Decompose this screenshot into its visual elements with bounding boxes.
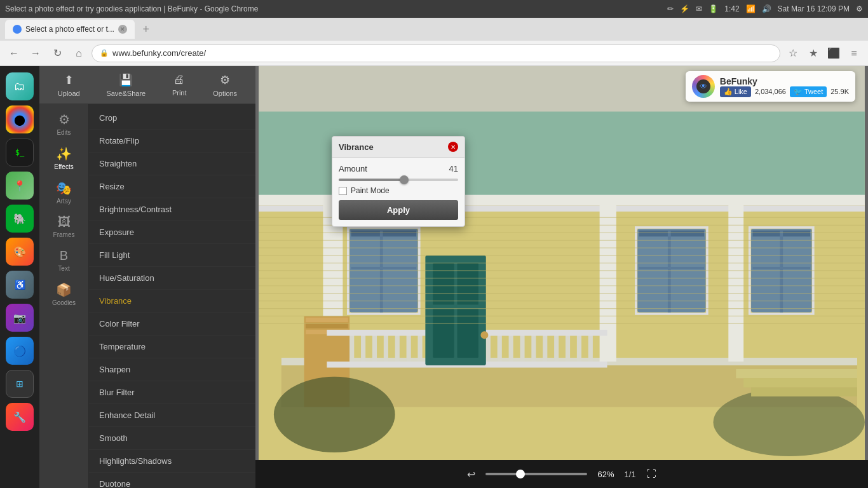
vibrance-amount-row: Amount 41	[339, 164, 458, 173]
svg-point-58	[480, 331, 488, 339]
os-datetime: Sat Mar 16 12:09 PM	[778, 4, 850, 13]
new-tab-button[interactable]: +	[139, 22, 154, 37]
effect-straighten[interactable]: Straighten	[89, 152, 255, 175]
effect-vibrance[interactable]: Vibrance	[89, 290, 255, 313]
fb-like-label: Like	[735, 88, 747, 95]
save-share-button[interactable]: 💾 Save&Share	[101, 69, 151, 101]
effect-duotone[interactable]: Duotone	[89, 473, 255, 488]
befunky-header: 👁 BeFunky 👍 Like 2,034,066 🐦 Tweet	[686, 71, 855, 102]
volume-icon: 🔊	[762, 4, 771, 13]
print-button[interactable]: 🖨 Print	[167, 69, 192, 100]
dock-app-accessibility[interactable]: ♿	[6, 271, 34, 299]
dock-app-camera[interactable]: 📷	[6, 304, 34, 332]
goodies-icon: 📦	[56, 282, 72, 297]
chrome-tab[interactable]: Select a photo effect or t... ✕	[5, 20, 135, 39]
slider-fill	[339, 179, 404, 181]
dock-app-color[interactable]: 🔵	[6, 337, 34, 365]
sidebar-item-artsy[interactable]: 🎭 Artsy	[40, 175, 88, 210]
house-svg	[255, 66, 868, 460]
paint-mode-label: Paint Mode	[351, 186, 390, 195]
svg-rect-40	[380, 231, 383, 313]
bookmark-list-button[interactable]: ★	[804, 44, 822, 62]
vibrance-slider-container[interactable]	[339, 179, 458, 181]
sidebar-item-effects[interactable]: ✨ Effects	[40, 141, 88, 175]
effect-enhancedetail[interactable]: Enhance Detail	[89, 404, 255, 427]
sidebar-item-goodies[interactable]: 📦 Goodies	[40, 277, 88, 311]
url-bar[interactable]: 🔒 www.befunky.com/create/	[92, 44, 780, 62]
effect-exposure[interactable]: Exposure	[89, 221, 255, 244]
sidebar-item-edits[interactable]: ⚙ Edits	[40, 107, 88, 141]
effect-temperature[interactable]: Temperature	[89, 336, 255, 358]
tab-close-button[interactable]: ✕	[118, 25, 127, 34]
save-icon: 💾	[119, 73, 133, 87]
os-time: 1:42	[724, 4, 739, 13]
upload-label: Upload	[58, 90, 80, 97]
effect-smooth[interactable]: Smooth	[89, 427, 255, 450]
paint-mode-checkbox[interactable]	[339, 187, 347, 195]
befunky-name: BeFunky	[720, 76, 849, 86]
chrome-menu-button[interactable]: ≡	[845, 44, 863, 62]
canvas-image: Vibrance ✕ Amount 41	[255, 66, 868, 460]
twitter-tweet-button[interactable]: 🐦 Tweet	[790, 86, 827, 97]
effect-crop[interactable]: Crop	[89, 107, 255, 130]
toolbar-top: ⬆ Upload 💾 Save&Share 🖨 Print ⚙ Options	[39, 66, 255, 104]
dock-app-paintbrush[interactable]: 🎨	[6, 238, 34, 266]
sidebar-item-frames[interactable]: 🖼 Frames	[40, 210, 88, 243]
battery-icon: 🔋	[709, 4, 718, 13]
svg-rect-61	[736, 369, 857, 378]
slider-track	[339, 179, 458, 181]
dock-app-maps[interactable]: 📍	[6, 172, 34, 200]
sidebar-item-text[interactable]: B Text	[40, 243, 88, 277]
svg-rect-8	[600, 203, 616, 362]
vibrance-amount-value: 41	[449, 164, 458, 173]
sidebar-frames-label: Frames	[53, 231, 75, 238]
tab-title: Select a photo effect or t...	[25, 25, 114, 34]
dock-app-chrome[interactable]: ⬤	[6, 105, 34, 133]
vibrance-amount-label: Amount	[339, 164, 367, 173]
undo-button[interactable]: ↩	[467, 468, 475, 480]
facebook-like-button[interactable]: 👍 Like	[720, 86, 751, 97]
fullscreen-button[interactable]: ⛶	[646, 468, 656, 480]
forward-button[interactable]: →	[27, 44, 44, 62]
extensions-button[interactable]: ⬛	[825, 44, 843, 62]
dock-app-tools[interactable]: 🔧	[6, 403, 34, 431]
refresh-button[interactable]: ↻	[48, 44, 66, 62]
slider-thumb[interactable]	[400, 175, 409, 184]
effect-huesaturation[interactable]: Hue/Saturation	[89, 267, 255, 290]
svg-rect-51	[752, 267, 810, 269]
zoom-track[interactable]	[485, 473, 587, 475]
svg-rect-45	[668, 231, 671, 313]
svg-rect-9	[728, 203, 743, 362]
svg-rect-44	[639, 231, 705, 237]
svg-rect-50	[780, 231, 783, 313]
effect-highlightsshadows[interactable]: Highlights/Shadows	[89, 450, 255, 473]
sidebar-effects-label: Effects	[54, 163, 73, 170]
options-label: Options	[213, 90, 237, 97]
befunky-logo: 👁	[692, 75, 715, 98]
effect-brightness[interactable]: Brightness/Contrast	[89, 198, 255, 221]
effect-sharpen[interactable]: Sharpen	[89, 358, 255, 381]
vibrance-close-button[interactable]: ✕	[448, 142, 458, 152]
svg-rect-11	[306, 318, 348, 322]
effect-colorfilter[interactable]: Color Filter	[89, 313, 255, 336]
apply-button[interactable]: Apply	[339, 200, 458, 220]
lightning-icon: ⚡	[680, 4, 689, 13]
dock-app-terminal[interactable]: $_	[6, 139, 34, 166]
effect-filllight[interactable]: Fill Light	[89, 244, 255, 267]
tw-icon: 🐦	[794, 88, 803, 96]
effect-blurfilter[interactable]: Blur Filter	[89, 381, 255, 404]
dock-app-grid[interactable]: ⊞	[6, 370, 34, 398]
effect-resize[interactable]: Resize	[89, 175, 255, 198]
options-button[interactable]: ⚙ Options	[208, 69, 242, 101]
effect-rotate[interactable]: Rotate/Flip	[89, 130, 255, 152]
home-button[interactable]: ⌂	[70, 44, 88, 62]
back-button[interactable]: ←	[5, 44, 23, 62]
bookmark-star-button[interactable]: ☆	[784, 44, 802, 62]
fb-like-count: 2,034,066	[755, 88, 786, 95]
zoom-thumb[interactable]	[516, 470, 525, 478]
upload-button[interactable]: ⬆ Upload	[53, 69, 85, 101]
dock-app-finder[interactable]: 🗂	[6, 72, 34, 100]
print-icon: 🖨	[173, 73, 185, 86]
edit-icon: ✏	[667, 4, 674, 13]
dock-app-evernote[interactable]: 🐘	[6, 205, 34, 233]
